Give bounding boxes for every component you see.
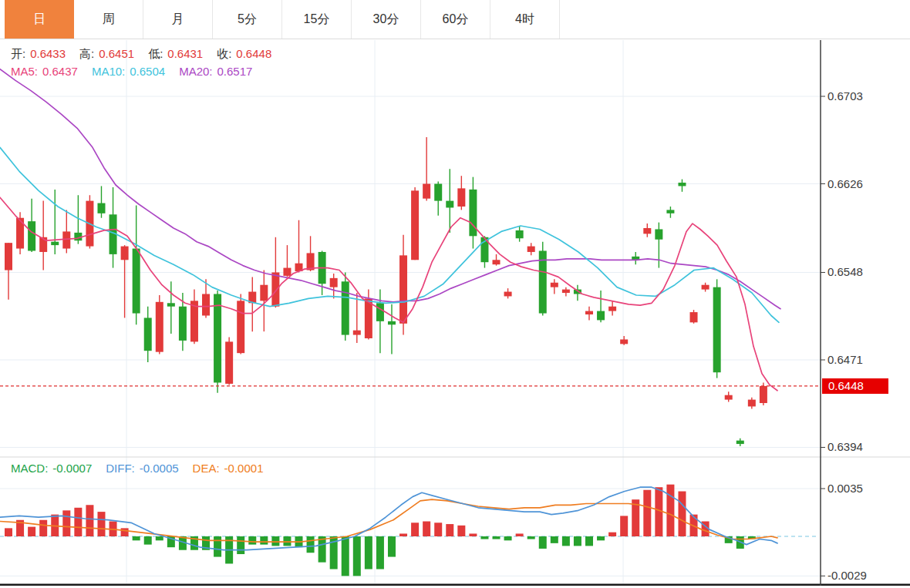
candle-body [260, 285, 268, 301]
candle-body [655, 229, 662, 239]
macd-bar [353, 536, 361, 576]
candle-body [5, 243, 12, 270]
candle-body [28, 221, 35, 250]
info-value: 0.6504 [130, 65, 165, 78]
timeframe-tabbar: 日周月5分15分30分60分4时 [0, 0, 910, 39]
info-label: MA10: [92, 65, 125, 78]
macd-bar [271, 536, 279, 546]
candle-body [365, 298, 372, 338]
macd-bar [283, 536, 291, 546]
candle-body [237, 301, 244, 353]
tab-week[interactable]: 周 [74, 0, 143, 39]
macd-bar [666, 485, 674, 536]
candle-body [156, 302, 163, 352]
candle-body [678, 183, 686, 186]
macd-bar [493, 536, 501, 539]
tab-5min[interactable]: 5分 [213, 0, 282, 39]
macd-bar [399, 533, 407, 536]
macd-bar [446, 524, 453, 536]
macd-bar [678, 492, 686, 536]
macd-bar [457, 526, 465, 536]
candle-body [283, 268, 291, 276]
candle-body [457, 188, 465, 207]
candle-body [748, 400, 756, 407]
macd-bar [585, 536, 593, 546]
chart-canvas[interactable]: 0.67030.66260.65480.64710.63940.0035-0.0… [0, 0, 910, 588]
info-label: 高: [79, 47, 94, 60]
info-label: DIFF: [106, 462, 135, 475]
candle-body [736, 441, 744, 444]
macd-bar [237, 536, 244, 554]
candle-body [562, 290, 570, 293]
macd-bar [86, 505, 93, 536]
macd-bar [480, 536, 488, 539]
candle-body [97, 203, 105, 213]
candle-body [388, 321, 396, 324]
macd-bar [133, 536, 140, 540]
candle-body [144, 318, 152, 351]
info-value: -0.0005 [140, 462, 179, 475]
info-label: MA5: [11, 65, 38, 78]
candle-body [551, 283, 558, 287]
candle-body [353, 331, 361, 335]
candle-body [342, 281, 349, 334]
candle-body [585, 311, 593, 314]
macd-bar [434, 522, 442, 536]
macd-bar [121, 528, 129, 536]
price-tick-label: 0.6394 [827, 440, 863, 453]
candle-body [214, 294, 221, 382]
macd-bar [342, 536, 349, 576]
info-value: 0.6448 [236, 47, 271, 60]
info-value: 0.6517 [217, 65, 253, 78]
macd-bar [5, 528, 12, 536]
tab-60min[interactable]: 60分 [421, 0, 490, 39]
tab-30min[interactable]: 30分 [352, 0, 421, 39]
candle-body [597, 311, 605, 321]
macd-bar [608, 533, 616, 536]
tab-15min[interactable]: 15分 [282, 0, 352, 39]
candle-body [725, 395, 733, 400]
candle-body [62, 231, 70, 248]
candle-body [179, 307, 187, 341]
candle-body [690, 312, 698, 322]
macd-bar [214, 536, 221, 557]
macd-info-row: MACD:-0.0007DIFF:-0.0005DEA:-0.0001 [11, 462, 277, 475]
last-price-value: 0.6448 [828, 379, 864, 392]
candle-body [666, 210, 674, 213]
candle-body [504, 292, 512, 297]
candle-body [225, 341, 233, 384]
macd-bar [423, 522, 430, 536]
candle-body [608, 307, 616, 311]
macd-bar [597, 536, 605, 540]
macd-bar [144, 536, 152, 545]
candle-body [643, 228, 651, 234]
price-tick-label: 0.6471 [827, 353, 863, 366]
tab-day[interactable]: 日 [5, 0, 74, 39]
price-tick-label: 0.6548 [827, 265, 863, 278]
macd-tick-label: 0.0035 [827, 482, 863, 495]
info-label: 收: [217, 47, 231, 60]
candle-body [330, 278, 338, 287]
macd-bar [248, 536, 256, 545]
macd-bar [643, 490, 651, 536]
tab-month[interactable]: 月 [143, 0, 213, 39]
macd-bar [376, 536, 384, 570]
candle-body [702, 285, 709, 290]
candle-body [713, 287, 721, 373]
macd-bar [411, 522, 419, 536]
candle-body [202, 294, 210, 315]
ma20-line [0, 69, 780, 309]
bottom-border [0, 584, 910, 586]
macd-bar [97, 512, 105, 536]
tab-4hour[interactable]: 4时 [490, 0, 560, 39]
candle-body [620, 339, 628, 344]
macd-bar [39, 520, 47, 536]
macd-bar [504, 536, 512, 540]
price-tick-label: 0.6626 [827, 177, 863, 190]
macd-bar [620, 516, 628, 536]
macd-bar [365, 536, 372, 570]
macd-bar [28, 527, 35, 536]
info-label: MA20: [179, 65, 212, 78]
ma-info-row: MA5:0.6437MA10:0.6504MA20:0.6517 [11, 65, 266, 78]
macd-bar [562, 536, 570, 546]
